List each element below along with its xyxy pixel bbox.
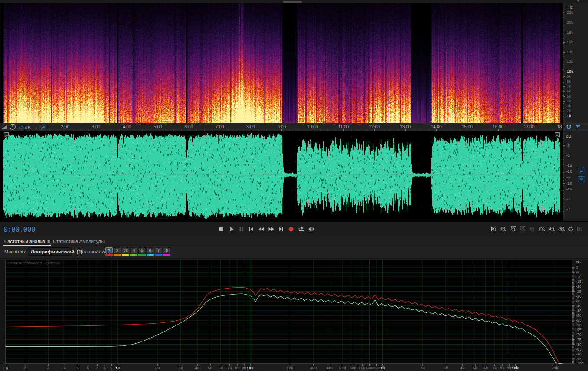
- pause-button[interactable]: [238, 225, 245, 233]
- ruler-time-label: 4:00: [123, 125, 131, 129]
- frame-hold-button-3[interactable]: 3: [122, 247, 129, 256]
- fast-forward-button[interactable]: [268, 225, 275, 233]
- svg-text:дБ: дБ: [576, 260, 581, 264]
- freq-axis-label: 4: [64, 365, 66, 370]
- panel-menu-icon[interactable]: ≡: [47, 239, 50, 244]
- fade-in-handle[interactable]: [4, 132, 9, 137]
- db-tick-label: -6: [566, 153, 570, 158]
- db-tick-label: -12: [566, 163, 572, 167]
- hold-number: 2: [114, 247, 121, 253]
- spectrogram-scale-menu-icon[interactable]: ▾: [577, 0, 579, 3]
- panel-tab-bar: Частотный анализ ≡ Статистика Амплитуды: [0, 236, 588, 246]
- ruler-tick: [119, 130, 120, 131]
- ruler-tick: [359, 130, 359, 131]
- skip-selection-button[interactable]: [307, 225, 315, 233]
- rewind-button[interactable]: [258, 225, 265, 233]
- waveform-display[interactable]: [0, 131, 562, 221]
- pin-playhead-icon[interactable]: [39, 124, 46, 131]
- frequency-tick-label: 6k: [567, 89, 571, 93]
- ruler-time-label: 10:00: [307, 125, 318, 129]
- loop-playback-button[interactable]: [297, 225, 305, 233]
- ruler-time-label: 14:00: [431, 125, 441, 129]
- fade-out-handle[interactable]: [555, 132, 560, 137]
- db-tick: [563, 189, 565, 189]
- freq-axis-label: 700: [359, 365, 366, 370]
- spectrogram-frequency-scale[interactable]: Hz 22k20k18k16k14k12k10k9k8k7k6k5k4k3k2k…: [562, 3, 588, 123]
- frequency-axis: Гц 2345678910203040506070809010020030040…: [0, 364, 588, 371]
- freq-axis-label: 8: [104, 365, 106, 370]
- ruler-tick: [320, 130, 321, 131]
- zoom-in-point-button[interactable]: {: [539, 225, 546, 233]
- scale-tick: [563, 101, 565, 102]
- frame-hold-button-2[interactable]: 2: [114, 247, 121, 256]
- frame-hold-button-6[interactable]: 6: [147, 247, 154, 256]
- ruler-tick: [390, 130, 390, 131]
- skip-to-end-button[interactable]: [278, 225, 285, 233]
- frame-hold-button-5[interactable]: 5: [138, 247, 146, 256]
- top-zoom-scrollbar-handle[interactable]: [283, 1, 302, 3]
- scale-tick: [563, 13, 565, 13]
- reset-zoom-button[interactable]: [567, 225, 575, 233]
- channel-left-button[interactable]: L: [578, 168, 585, 174]
- record-button[interactable]: [287, 225, 295, 233]
- zoom-out-point-button[interactable]: }: [548, 225, 555, 233]
- transport-buttons: [218, 225, 315, 233]
- ruler-tick: [142, 130, 143, 131]
- tab-frequency-analysis[interactable]: Частотный анализ ≡: [3, 237, 51, 246]
- current-time-display[interactable]: 0:00.000: [3, 225, 35, 233]
- zoom-in-time-button[interactable]: [491, 225, 498, 233]
- freq-axis-label: 20: [155, 365, 160, 370]
- zoom-out-full-button[interactable]: [510, 225, 517, 233]
- hold-color-chip: [163, 254, 170, 256]
- db-tick-label: -12: [566, 187, 572, 191]
- ruler-time-label: 8:00: [246, 125, 255, 129]
- freq-axis-label: 8k: [500, 365, 504, 370]
- frequency-tick-label: 8k: [567, 79, 571, 84]
- frame-hold-button-4[interactable]: 4: [130, 247, 137, 256]
- zoom-selection-button[interactable]: {}: [558, 225, 565, 233]
- transport-bar: 0:00.000 {}{}: [0, 221, 588, 236]
- freq-axis-label: 600: [350, 365, 356, 370]
- frame-hold-button-1[interactable]: 1: [105, 247, 113, 256]
- freq-axis-label: 3k: [444, 365, 448, 370]
- freq-axis-label: 5: [76, 365, 78, 370]
- freq-axis-label: 400: [326, 365, 333, 370]
- waveform-db-scale[interactable]: L R dB-3-6-12-18-∞-18-12-6-3: [562, 131, 588, 221]
- svg-text:-10: -10: [576, 275, 581, 279]
- timeline-ruler[interactable]: +0 dB 1 2:003:004:005:006:007:008:009:00…: [0, 123, 562, 131]
- gain-unit: dB: [25, 125, 31, 130]
- scale-dropdown[interactable]: Логарифмический: [28, 247, 72, 256]
- zoom-toolbar: {}{}: [491, 225, 584, 233]
- gain-value[interactable]: +0: [18, 125, 23, 130]
- svg-text:-35: -35: [576, 299, 581, 303]
- skip-to-start-button[interactable]: [248, 225, 255, 233]
- volume-envelope-icon[interactable]: [1, 124, 7, 132]
- freq-axis-label: 5k: [473, 365, 477, 370]
- tab-amplitude-statistics[interactable]: Статистика Амплитуды: [52, 237, 105, 245]
- svg-text:-55: -55: [576, 318, 581, 322]
- stop-button[interactable]: [218, 225, 225, 233]
- freq-axis-label: 50: [208, 365, 212, 370]
- freq-axis-label: 7k: [492, 365, 497, 370]
- speed-knob-icon[interactable]: [9, 123, 16, 131]
- hz-axis-label: Гц: [3, 365, 8, 370]
- ruler-time-label: 15:00: [462, 125, 473, 129]
- db-tick-label: -18: [566, 181, 572, 186]
- ruler-tick: [235, 130, 235, 131]
- freq-axis-label: 90: [242, 365, 246, 370]
- spectrogram-display[interactable]: [0, 3, 562, 123]
- db-tick-label: -3: [566, 207, 570, 211]
- play-button[interactable]: [228, 225, 235, 233]
- db-tick: [563, 209, 565, 209]
- channel-right-button[interactable]: R: [578, 176, 585, 182]
- frame-hold-button-7[interactable]: 7: [155, 247, 162, 256]
- frequency-tick-label: 20k: [567, 20, 573, 25]
- tab-label: Частотный анализ: [4, 239, 45, 244]
- freq-axis-label: 10k: [512, 365, 519, 370]
- scale-tick: [563, 96, 565, 97]
- ruler-tick: [289, 130, 290, 131]
- frame-hold-button-8[interactable]: 8: [163, 247, 170, 256]
- ruler-tick: [413, 130, 414, 131]
- ruler-tick: [460, 130, 460, 131]
- zoom-out-time-button[interactable]: [500, 225, 508, 233]
